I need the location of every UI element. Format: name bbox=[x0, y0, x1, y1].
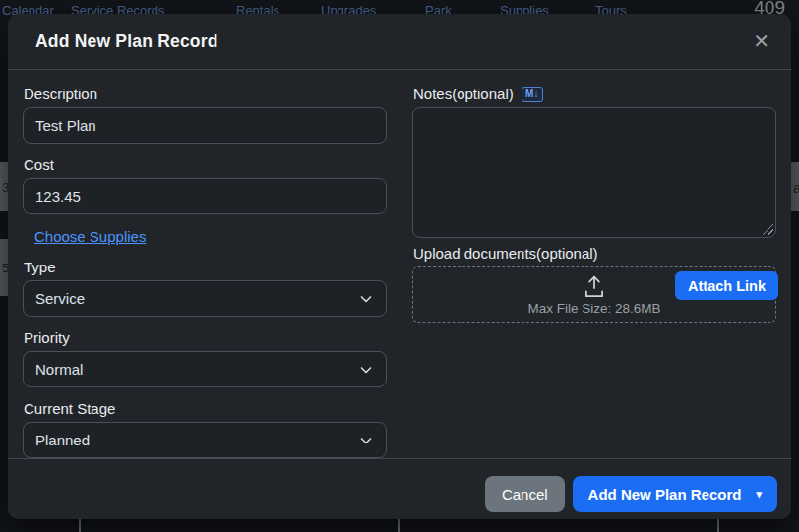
modal-body: Description Cost Choose Supplies Type Se… bbox=[8, 70, 791, 458]
max-file-size-text: Max File Size: 28.6MB bbox=[527, 301, 660, 316]
chevron-down-icon bbox=[358, 433, 374, 448]
notes-field-wrap bbox=[412, 107, 776, 238]
type-label: Type bbox=[24, 259, 387, 275]
current-stage-label: Current Stage bbox=[24, 400, 387, 417]
upload-documents-label: Upload documents(optional) bbox=[413, 245, 776, 262]
priority-select-value: Normal bbox=[35, 361, 358, 378]
upload-icon bbox=[582, 275, 607, 299]
notes-label: Notes(optional) bbox=[413, 86, 514, 102]
chevron-down-icon bbox=[358, 362, 374, 378]
description-label: Description bbox=[24, 86, 387, 102]
attach-link-button[interactable]: Attach Link bbox=[675, 271, 778, 300]
cost-input[interactable] bbox=[23, 178, 387, 214]
current-stage-select[interactable]: Planned bbox=[23, 422, 387, 458]
supplies-link-row: Choose Supplies bbox=[34, 228, 387, 246]
choose-supplies-link[interactable]: Choose Supplies bbox=[34, 228, 146, 245]
type-select-value: Service bbox=[35, 290, 358, 307]
type-select[interactable]: Service bbox=[23, 280, 387, 317]
add-plan-record-modal: Add New Plan Record ✕ Description Cost C… bbox=[8, 14, 791, 519]
form-right-column: Notes(optional) M↓ Upload documents(opti… bbox=[412, 86, 776, 458]
upload-dropzone[interactable]: Max File Size: 28.6MB Attach Link bbox=[412, 266, 776, 323]
markdown-icon: M↓ bbox=[522, 87, 543, 102]
add-new-plan-record-button[interactable]: Add New Plan Record ▾ bbox=[573, 476, 777, 512]
priority-select[interactable]: Normal bbox=[23, 351, 387, 387]
current-stage-select-value: Planned bbox=[35, 432, 358, 448]
chevron-down-icon bbox=[358, 291, 374, 307]
form-left-column: Description Cost Choose Supplies Type Se… bbox=[23, 86, 387, 458]
description-input[interactable] bbox=[23, 107, 387, 144]
modal-footer: Cancel Add New Plan Record ▾ bbox=[8, 458, 791, 532]
modal-header: Add New Plan Record ✕ bbox=[8, 14, 791, 70]
notes-textarea[interactable] bbox=[412, 107, 776, 238]
priority-label: Priority bbox=[24, 329, 387, 346]
caret-down-icon[interactable]: ▾ bbox=[756, 489, 762, 500]
close-icon[interactable]: ✕ bbox=[749, 28, 773, 55]
notes-label-row: Notes(optional) M↓ bbox=[412, 86, 776, 102]
cancel-button[interactable]: Cancel bbox=[485, 476, 565, 512]
modal-title: Add New Plan Record bbox=[35, 31, 218, 52]
screen: Calendar Service Records Rentals Upgrade… bbox=[0, 0, 799, 532]
cost-label: Cost bbox=[24, 156, 387, 173]
submit-button-label: Add New Plan Record bbox=[588, 486, 742, 502]
